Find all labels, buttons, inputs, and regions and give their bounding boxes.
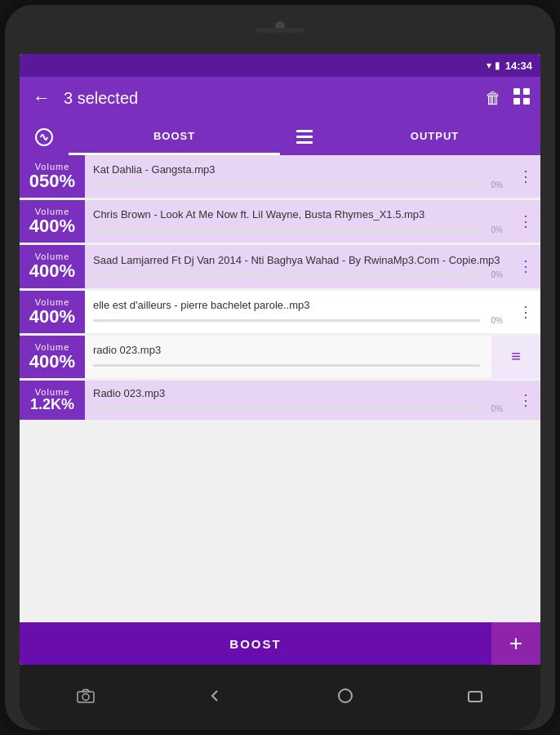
track-info-1: Kat Dahlia - Gangsta.mp3 0% — [85, 155, 511, 198]
tab-output-icon[interactable] — [280, 129, 329, 145]
progress-row-6: 0% — [93, 404, 503, 413]
action-bar: ← 3 selected 🗑 — [20, 77, 540, 119]
progress-bar-5 — [93, 364, 480, 367]
track-item-1[interactable]: Volume 050% Kat Dahlia - Gangsta.mp3 0% … — [20, 155, 540, 198]
bottom-bar: BOOST + — [20, 622, 540, 665]
selection-title: 3 selected — [64, 89, 475, 108]
progress-row-2: 0% — [93, 225, 503, 234]
progress-bar-3 — [93, 274, 480, 276]
volume-label-2: Volume 400% — [20, 200, 85, 243]
progress-row-1: 0% — [93, 180, 503, 189]
back-button[interactable]: ← — [29, 84, 54, 112]
tab-boost[interactable]: BOOST — [69, 119, 280, 155]
status-time: 14:34 — [505, 60, 532, 72]
track-name-2: Chris Brown - Look At Me Now ft. Lil Way… — [93, 208, 503, 222]
svg-point-10 — [339, 689, 352, 702]
track-wrapper-2: Volume 400% Chris Brown - Look At Me Now… — [20, 200, 540, 243]
wifi-icon: ▾ — [487, 60, 491, 71]
track-menu-2[interactable]: ⋮ — [511, 200, 540, 243]
track-name-3: Saad Lamjarred Ft Dj Van 2014 - Nti Bagh… — [93, 254, 503, 268]
battery-icon: ▮ — [495, 60, 500, 71]
track-name-1: Kat Dahlia - Gangsta.mp3 — [93, 163, 503, 177]
track-menu-1[interactable]: ⋮ — [511, 155, 540, 198]
track-wrapper-4: Volume 400% elle est d'ailleurs - pierre… — [20, 291, 540, 333]
volume-label-4: Volume 400% — [20, 291, 85, 333]
track-name-4: elle est d'ailleurs - pierre bachelet pa… — [93, 299, 503, 313]
volume-label-1: Volume 050% — [20, 155, 85, 198]
menu-lines-icon[interactable]: ≡ — [511, 347, 521, 366]
track-name-5: radio 023.mp3 — [93, 344, 503, 358]
content-area: Volume 050% Kat Dahlia - Gangsta.mp3 0% … — [20, 155, 540, 622]
progress-bar-1 — [93, 184, 480, 186]
track-menu-3[interactable]: ⋮ — [511, 245, 540, 287]
add-button[interactable]: + — [491, 622, 540, 665]
svg-rect-2 — [513, 98, 520, 105]
track-menu-6[interactable]: ⋮ — [511, 381, 540, 420]
svg-rect-3 — [523, 98, 530, 105]
svg-rect-5 — [296, 130, 313, 132]
volume-label-6: Volume 1.2K% — [20, 381, 85, 420]
track-wrapper-1: Volume 050% Kat Dahlia - Gangsta.mp3 0% … — [20, 155, 540, 198]
track-info-2: Chris Brown - Look At Me Now ft. Lil Way… — [85, 200, 511, 243]
track-wrapper-3: Volume 400% Saad Lamjarred Ft Dj Van 201… — [20, 245, 540, 287]
status-icons: ▾ ▮ — [487, 60, 500, 71]
svg-rect-7 — [296, 141, 313, 144]
progress-row-3: 0% — [93, 270, 503, 279]
home-nav-icon[interactable] — [337, 688, 353, 708]
action-icons: 🗑 — [485, 87, 531, 109]
camera-nav-icon[interactable] — [77, 688, 95, 707]
svg-point-9 — [82, 693, 89, 700]
grid-icon[interactable] — [513, 87, 531, 109]
boost-button[interactable]: BOOST — [20, 622, 491, 665]
context-menu-popup: ≡ — [491, 336, 540, 378]
track-item-2[interactable]: Volume 400% Chris Brown - Look At Me Now… — [20, 200, 540, 243]
track-info-3: Saad Lamjarred Ft Dj Van 2014 - Nti Bagh… — [85, 245, 511, 287]
track-item-6[interactable]: Volume 1.2K% Radio 023.mp3 0% ⋮ — [20, 381, 540, 420]
tab-bar: BOOST OUTPUT — [20, 119, 540, 155]
svg-rect-11 — [469, 692, 482, 702]
progress-row-5: 0% — [93, 361, 503, 370]
back-nav-icon[interactable] — [208, 688, 223, 707]
track-info-4: elle est d'ailleurs - pierre bachelet pa… — [85, 291, 511, 333]
progress-bar-6 — [93, 408, 480, 410]
delete-icon[interactable]: 🗑 — [485, 89, 501, 108]
track-wrapper-5: Volume 400% radio 023.mp3 0% ⋮ — [20, 336, 540, 378]
track-item-3[interactable]: Volume 400% Saad Lamjarred Ft Dj Van 201… — [20, 245, 540, 287]
progress-bar-4 — [93, 319, 480, 322]
track-menu-4[interactable]: ⋮ — [511, 291, 540, 333]
svg-rect-0 — [513, 88, 520, 95]
svg-rect-6 — [296, 136, 313, 138]
svg-rect-1 — [523, 88, 530, 95]
track-info-6: Radio 023.mp3 0% — [85, 381, 511, 420]
track-item-4[interactable]: Volume 400% elle est d'ailleurs - pierre… — [20, 291, 540, 333]
tab-output[interactable]: OUTPUT — [329, 119, 540, 155]
track-wrapper-6: Volume 1.2K% Radio 023.mp3 0% ⋮ — [20, 381, 540, 420]
volume-label-3: Volume 400% — [20, 245, 85, 287]
track-item-5[interactable]: Volume 400% radio 023.mp3 0% ⋮ — [20, 336, 540, 378]
progress-bar-2 — [93, 229, 480, 231]
track-info-5: radio 023.mp3 0% — [85, 336, 511, 378]
recent-nav-icon[interactable] — [467, 688, 483, 707]
nav-bar — [20, 665, 540, 730]
status-bar: ▾ ▮ 14:34 — [20, 54, 540, 77]
volume-label-5: Volume 400% — [20, 336, 85, 378]
track-name-6: Radio 023.mp3 — [93, 387, 503, 401]
speaker — [256, 28, 304, 33]
device: ▾ ▮ 14:34 ← 3 selected 🗑 — [0, 0, 560, 735]
progress-row-4: 0% — [93, 316, 503, 325]
tab-boost-icon[interactable] — [20, 119, 69, 155]
screen: ▾ ▮ 14:34 ← 3 selected 🗑 — [20, 54, 540, 665]
